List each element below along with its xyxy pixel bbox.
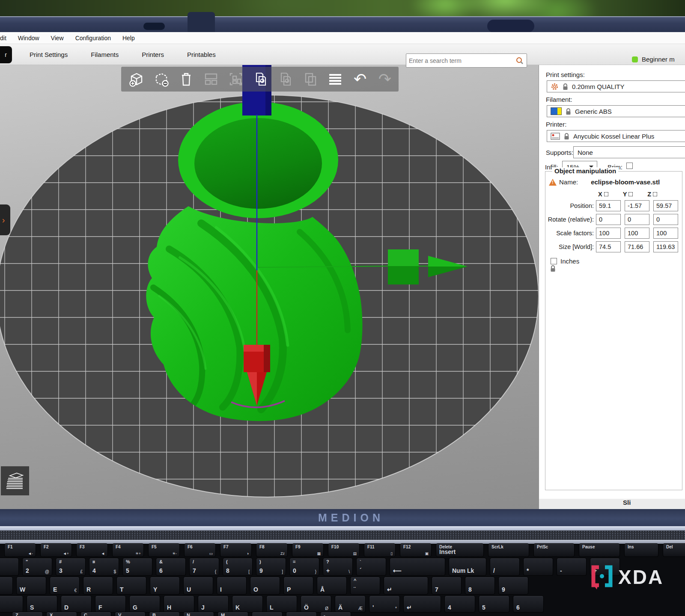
keyboard-key[interactable]: A bbox=[0, 595, 23, 613]
keyboard-key[interactable]: 5 bbox=[479, 595, 509, 613]
layer-view-icon[interactable] bbox=[326, 70, 345, 89]
keyboard-key[interactable]: F6▭ bbox=[184, 543, 216, 557]
keyboard-key[interactable]: F3◄ bbox=[76, 543, 108, 557]
keyboard-key[interactable]: F12▣ bbox=[400, 543, 432, 557]
tab[interactable]: Filaments bbox=[79, 44, 130, 65]
keyboard-key[interactable]: ↵ bbox=[403, 595, 441, 613]
keyboard-key[interactable]: T bbox=[116, 577, 146, 595]
keyboard-key[interactable]: N bbox=[183, 612, 214, 616]
keyboard-key[interactable]: * bbox=[523, 558, 553, 576]
keyboard-key[interactable]: E€ bbox=[50, 577, 80, 595]
collapse-sidebar-button[interactable]: › bbox=[0, 204, 10, 235]
keyboard-key[interactable]: 9 bbox=[498, 577, 528, 595]
keyboard-key[interactable]: L bbox=[266, 595, 297, 613]
keyboard-key[interactable]: %5 bbox=[122, 558, 152, 576]
axis-header[interactable]: Z bbox=[647, 191, 657, 198]
delete-all-icon[interactable] bbox=[177, 70, 196, 89]
keyboard-key[interactable]: F7◑ bbox=[220, 543, 252, 557]
menu-item[interactable]: View bbox=[51, 35, 64, 41]
value-field-z[interactable]: 100 bbox=[653, 228, 678, 239]
menu-item[interactable]: Help bbox=[122, 35, 135, 41]
keyboard-key[interactable]: PrtSc bbox=[533, 543, 575, 557]
keyboard-key[interactable]: F1◄- bbox=[4, 543, 36, 557]
inches-checkbox[interactable] bbox=[551, 258, 557, 264]
keyboard-key[interactable]: ^¨ bbox=[350, 577, 380, 595]
keyboard-key[interactable]: K bbox=[232, 595, 263, 613]
keyboard-key[interactable]: F8Zz bbox=[256, 543, 288, 557]
keyboard-key[interactable]: '* bbox=[369, 595, 400, 613]
value-field-x[interactable]: 59.1 bbox=[596, 200, 621, 211]
keyboard-key[interactable]: R bbox=[83, 577, 113, 595]
tab[interactable]: Printers bbox=[130, 44, 176, 65]
keyboard-key[interactable]: &6 bbox=[156, 558, 186, 576]
value-field-x[interactable]: 74.5 bbox=[596, 241, 621, 252]
keyboard-key[interactable]: F4☀+ bbox=[112, 543, 144, 557]
printer-combo[interactable]: Anycubic Kossel Linear Plus bbox=[547, 130, 685, 142]
keyboard-key[interactable]: H bbox=[164, 595, 194, 613]
tab-plater-partial[interactable]: r bbox=[0, 46, 12, 63]
keyboard-key[interactable]: ⟵ bbox=[390, 558, 445, 576]
tab[interactable]: Printables bbox=[176, 44, 227, 65]
keyboard-key[interactable]: F5☀- bbox=[148, 543, 180, 557]
keyboard-key[interactable]: - bbox=[320, 612, 351, 616]
menu-item[interactable]: Configuration bbox=[75, 35, 111, 41]
value-field-z[interactable]: 0 bbox=[653, 214, 678, 225]
paste-icon[interactable] bbox=[276, 70, 295, 89]
keyboard-key[interactable]: S bbox=[27, 595, 57, 613]
keyboard-key[interactable]: Pause bbox=[579, 543, 620, 557]
search-icon[interactable] bbox=[515, 56, 524, 65]
slice-button-partial[interactable]: Sli bbox=[539, 499, 685, 509]
3d-viewport[interactable]: ↶ ↷ › bbox=[0, 65, 539, 509]
keyboard-key[interactable]: Å bbox=[317, 577, 347, 595]
value-field-x[interactable]: 0 bbox=[596, 214, 621, 225]
keyboard-key[interactable]: X bbox=[46, 612, 77, 616]
keyboard-key[interactable]: O bbox=[250, 577, 280, 595]
keyboard-key[interactable]: V bbox=[115, 612, 146, 616]
keyboard-key[interactable]: /7{ bbox=[189, 558, 219, 576]
keyboard-key[interactable]: F2◄+ bbox=[40, 543, 72, 557]
keyboard-key[interactable]: )9] bbox=[256, 558, 286, 576]
keyboard-key[interactable]: 4 bbox=[444, 595, 475, 613]
menu-item[interactable]: Window bbox=[18, 35, 39, 41]
keyboard-key[interactable]: B bbox=[149, 612, 180, 616]
keyboard-key[interactable]: ¤4$ bbox=[89, 558, 119, 576]
axis-header[interactable]: Y bbox=[623, 191, 633, 198]
value-field-y[interactable]: -1.57 bbox=[625, 200, 649, 211]
keyboard-key[interactable]: C bbox=[80, 612, 111, 616]
keyboard-key[interactable]: `´ bbox=[356, 558, 386, 576]
keyboard-key[interactable]: / bbox=[490, 558, 520, 576]
tab[interactable]: Print Settings bbox=[18, 44, 79, 65]
undo-icon[interactable]: ↶ bbox=[351, 70, 369, 89]
layer-slider-button[interactable] bbox=[1, 466, 29, 495]
keyboard-key[interactable]: Q bbox=[0, 577, 13, 595]
keyboard-key[interactable]: F11▯ bbox=[364, 543, 396, 557]
keyboard-key[interactable]: F bbox=[95, 595, 126, 613]
copy-icon[interactable] bbox=[251, 70, 270, 89]
keyboard-key[interactable]: Ins bbox=[624, 543, 658, 557]
keyboard-key[interactable]: I bbox=[217, 577, 247, 595]
keyboard-key[interactable]: F10▤ bbox=[328, 543, 360, 557]
print-settings-combo[interactable]: 0.20mm QUALITY bbox=[547, 80, 685, 92]
keyboard-key[interactable]: =0} bbox=[289, 558, 319, 576]
brim-checkbox[interactable] bbox=[626, 163, 633, 169]
add-instance-icon[interactable] bbox=[127, 70, 146, 89]
keyboard-key[interactable]: D bbox=[61, 595, 92, 613]
keyboard-key[interactable]: 7 bbox=[432, 577, 462, 595]
keyboard-key[interactable]: 6 bbox=[513, 595, 544, 613]
menu-item[interactable]: dit bbox=[0, 35, 6, 41]
keyboard-key[interactable]: !1 bbox=[0, 558, 19, 576]
keyboard-key[interactable]: Del bbox=[663, 543, 685, 557]
value-field-y[interactable]: 0 bbox=[625, 214, 649, 225]
keyboard-key[interactable]: W bbox=[16, 577, 46, 595]
keyboard-key[interactable]: F9▦ bbox=[292, 543, 324, 557]
keyboard-key[interactable]: G bbox=[129, 595, 160, 613]
keyboard-key[interactable]: P bbox=[283, 577, 313, 595]
keyboard-key[interactable]: ?+\ bbox=[323, 558, 353, 576]
keyboard-key[interactable]: J bbox=[198, 595, 229, 613]
supports-select[interactable]: None bbox=[573, 146, 685, 158]
value-field-y[interactable]: 71.66 bbox=[625, 241, 649, 252]
redo-icon[interactable]: ↷ bbox=[375, 70, 394, 89]
keyboard-key[interactable]: Z bbox=[12, 612, 43, 616]
arrange-icon[interactable] bbox=[202, 70, 220, 89]
keyboard-key[interactable]: U bbox=[183, 577, 213, 595]
